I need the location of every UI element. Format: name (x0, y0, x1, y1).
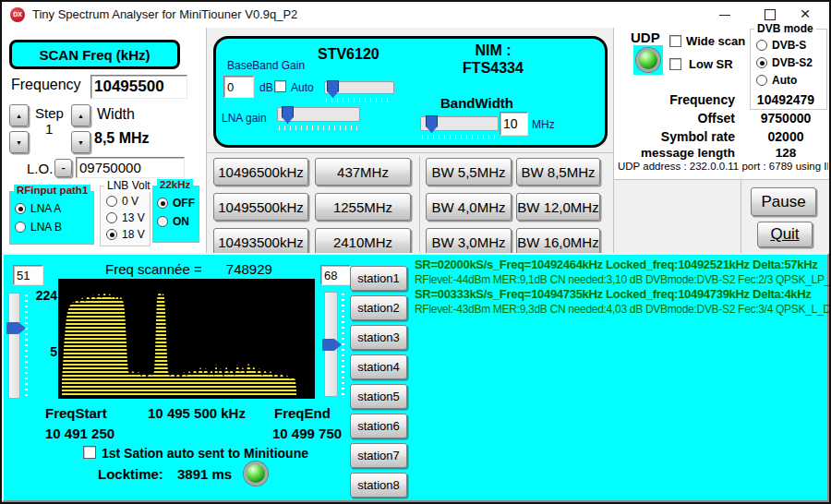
radio-icon (756, 40, 767, 51)
wide-scan-checkbox[interactable] (669, 35, 681, 47)
pause-button[interactable]: Pause (751, 187, 816, 216)
info-value: 02000 (746, 129, 825, 144)
udp-led-indicator (636, 48, 660, 72)
slider-thumb[interactable] (282, 106, 294, 124)
station4-button[interactable]: station4 (350, 354, 407, 379)
station2-button[interactable]: station2 (350, 295, 407, 320)
baseband-gain-unit: dB (259, 81, 273, 94)
window-title: Tiny Spectrum Analyser for MiniTiouner V… (32, 7, 297, 21)
left-gain-slider[interactable] (8, 293, 20, 399)
quit-button[interactable]: Quit (757, 222, 813, 247)
preset-band-button-1255[interactable]: 1255MHz (315, 193, 411, 221)
radio-icon (157, 216, 168, 227)
info-label: Offset (615, 111, 746, 126)
nim-line2: FTS4334 (433, 59, 553, 77)
preset-band-button-437[interactable]: 437MHz (315, 158, 411, 186)
radio-lna-b[interactable]: LNA B (15, 221, 62, 234)
lo-input[interactable] (76, 157, 185, 178)
status-line-rf-2: RFlevel:-43dBm MER:9,3dB CN needed:4,03 … (415, 303, 830, 316)
station3-button[interactable]: station3 (350, 325, 407, 350)
preset-freq-button-2[interactable]: 10495500kHz (213, 193, 308, 221)
nim-line1: NIM : (433, 42, 553, 59)
spectrum-display (58, 279, 315, 399)
radio-label: 0 V (122, 195, 138, 208)
bw-button-8-5[interactable]: BW 8,5MHz (516, 158, 600, 186)
info-row-frequency: Frequency 10492479 (615, 92, 825, 107)
preset-freq-button-1[interactable]: 10496500kHz (213, 158, 308, 186)
spectrum-y-min-label: 5 (31, 344, 57, 359)
radio-22khz-off[interactable]: OFF (157, 197, 195, 210)
bandwidth-slider[interactable] (420, 116, 499, 131)
locktime-value: 3891 ms (177, 466, 232, 482)
step-down-button[interactable]: ▼ (9, 131, 29, 153)
step-value: 1 (45, 121, 53, 137)
radio-label: 13 V (122, 211, 145, 224)
frequency-input[interactable] (90, 75, 187, 99)
bandwidth-unit: MHz (532, 118, 555, 131)
freq-scanned-label: Freq scannée = (105, 261, 202, 277)
info-row-symbol-rate: Symbol rate 02000 (615, 129, 825, 144)
radio-dvb-s2[interactable]: DVB-S2 (756, 56, 813, 69)
radio-18v[interactable]: 18 V (106, 228, 145, 241)
bw-button-5-5[interactable]: BW 5,5MHz (426, 158, 512, 186)
low-sr-label: Low SR (689, 57, 733, 71)
station1-button[interactable]: station1 (350, 266, 407, 291)
arrow-down-icon: ▼ (16, 139, 22, 146)
slider-thumb[interactable] (327, 80, 339, 98)
right-gain-input[interactable] (320, 265, 351, 285)
freq-scanned-value: 748929 (226, 261, 272, 277)
preset-freq-button-3[interactable]: 10493500kHz (213, 228, 308, 256)
radio-dvb-s[interactable]: DVB-S (756, 39, 806, 52)
rf-input-group-title: RFinput path1 (14, 185, 90, 196)
slider-thumb[interactable] (426, 115, 438, 133)
station8-button[interactable]: station8 (350, 473, 407, 498)
station7-button[interactable]: station7 (350, 443, 407, 468)
radio-lna-a[interactable]: LNA A (15, 202, 61, 215)
step-up-button[interactable]: ▲ (9, 104, 29, 126)
divider-left-middle (206, 28, 207, 253)
width-up-button[interactable]: ▲ (71, 104, 90, 126)
low-sr-checkbox[interactable] (669, 58, 681, 70)
auto-send-checkbox[interactable] (83, 446, 96, 459)
width-down-button[interactable]: ▼ (71, 131, 90, 153)
preset-band-button-2410[interactable]: 2410MHz (315, 228, 411, 256)
info-value: 128 (746, 146, 825, 160)
slider-ticks (25, 294, 28, 397)
lo-minus-button[interactable]: - (54, 159, 72, 177)
slider-ticks (342, 294, 344, 395)
radio-22khz-on[interactable]: ON (157, 215, 189, 228)
bandwidth-input[interactable] (500, 112, 528, 136)
radio-icon (15, 203, 26, 214)
maximize-icon (765, 9, 776, 20)
width-value: 8,5 MHz (94, 130, 150, 147)
bw-button-12-0[interactable]: BW 12,0MHz (516, 193, 600, 221)
lo-label: L.O. (27, 161, 53, 176)
minimize-button[interactable] (706, 2, 743, 28)
info-value: 9750000 (746, 111, 825, 126)
radio-13v[interactable]: 13 V (106, 211, 145, 224)
left-gain-input[interactable] (13, 265, 43, 285)
radio-dvb-auto[interactable]: Auto (756, 74, 797, 87)
status-line-sr-1: SR=02000kS/s_Freq=10492464kHz Locked_fre… (415, 258, 830, 271)
radio-icon (756, 75, 767, 86)
bw-button-3-0[interactable]: BW 3,0MHz (426, 228, 512, 256)
baseband-gain-slider[interactable] (324, 81, 394, 94)
radio-label: LNA A (30, 202, 61, 215)
auto-checkbox[interactable] (274, 80, 286, 92)
radio-0v[interactable]: 0 V (106, 195, 138, 208)
radio-icon (756, 57, 767, 68)
radio-icon (15, 222, 26, 233)
radio-label: LNA B (30, 221, 62, 234)
baseband-gain-input[interactable] (223, 76, 254, 98)
station6-button[interactable]: station6 (350, 414, 407, 438)
scan-freq-button[interactable]: SCAN Freq (kHz) (9, 40, 180, 69)
lna-gain-slider[interactable] (277, 107, 360, 122)
bw-button-4-0[interactable]: BW 4,0MHz (426, 193, 512, 221)
arrow-up-icon: ▲ (16, 113, 22, 119)
station5-button[interactable]: station5 (350, 384, 407, 409)
bw-button-16-0[interactable]: BW 16,0MHz (516, 228, 600, 256)
udp-address-line: UDP address : 232.0.0.11 port : 6789 usi… (618, 161, 828, 172)
arrow-down-icon: ▼ (78, 139, 84, 146)
slider-ticks (326, 98, 392, 102)
info-label: message length (615, 146, 746, 160)
